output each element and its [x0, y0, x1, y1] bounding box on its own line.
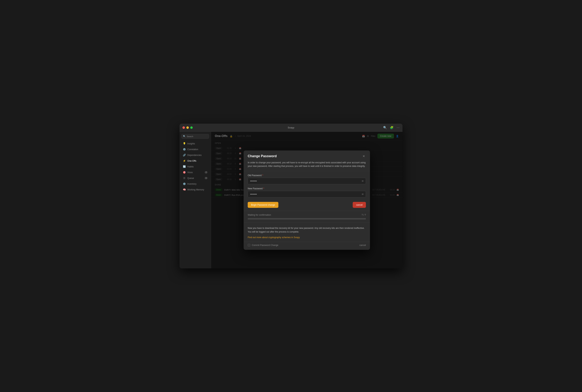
old-password-input-wrap: 👁	[248, 178, 366, 184]
new-password-section: New Password * 👁	[244, 187, 370, 200]
commit-checkbox[interactable]	[248, 244, 250, 246]
progress-header: Waiting for confirmation ? / ?	[248, 214, 366, 216]
toggle-old-password-icon[interactable]: 👁	[361, 180, 364, 183]
correlation-icon: ⚙️	[183, 148, 186, 151]
queue-icon: ☰	[183, 177, 186, 180]
app-window: Svayy 🔍 🧩 ⋯ 🔍 Search 💡 Insights ⚙️ Corre…	[179, 124, 403, 268]
sidebar-item-one-offs[interactable]: ⚡ One-Offs	[181, 158, 210, 164]
modal-header: Change Password ✕	[244, 150, 370, 161]
insights-icon: 💡	[183, 142, 186, 145]
working-memory-icon: 🧠	[183, 188, 186, 191]
modal-actions: Begin Password change cancel	[244, 200, 370, 211]
search-icon: 🔍	[183, 135, 186, 138]
cancel-button[interactable]: cancel	[353, 202, 366, 208]
title-bar-actions: 🔍 🧩 ⋯	[383, 126, 400, 129]
progress-section: Waiting for confirmation ? / ?	[244, 211, 370, 223]
commit-checkbox-wrap: Commit Password Change	[248, 244, 278, 246]
sidebar-search[interactable]: 🔍 Search	[181, 134, 209, 139]
new-password-input[interactable]	[248, 191, 366, 198]
habits-icon: 🔄	[183, 165, 186, 168]
queue-badge: 0	[205, 177, 208, 179]
begin-password-change-button[interactable]: Begin Password change	[248, 202, 278, 208]
share-icon[interactable]: 🧩	[390, 126, 394, 129]
commit-label: Commit Password Change	[252, 244, 278, 246]
progress-count: ? / ?	[362, 214, 366, 216]
sidebar-item-working-memory[interactable]: 🧠 Working Memory	[181, 187, 210, 192]
recovery-text: Now you have to download the recovery ki…	[248, 226, 366, 234]
recovery-section: Now you have to download the recovery ki…	[244, 223, 370, 242]
sidebar-item-queue[interactable]: ☰ Queue 0	[181, 176, 210, 181]
old-password-section: Old Password * 👁	[244, 174, 370, 187]
sidebar: 🔍 Search 💡 Insights ⚙️ Correlation 🔗 Dep…	[179, 132, 211, 268]
recovery-link[interactable]: Find out more about cryptography schemes…	[248, 236, 300, 238]
modal-footer: Commit Password Change cancel	[244, 242, 370, 250]
fullscreen-button[interactable]	[190, 126, 193, 129]
sidebar-item-correlation[interactable]: ⚙️ Correlation	[181, 147, 210, 152]
sidebar-item-inventory[interactable]: ⚙️ Inventory	[181, 181, 210, 186]
vices-badge: 2	[205, 171, 208, 174]
more-icon[interactable]: ⋯	[397, 126, 400, 129]
minimize-button[interactable]	[186, 126, 189, 129]
one-offs-icon: ⚡	[183, 160, 186, 162]
required-star: *	[263, 187, 264, 190]
modal-divider	[244, 171, 370, 171]
sidebar-item-vices[interactable]: 🎯 Vices 2	[181, 170, 210, 175]
new-password-label: New Password *	[248, 187, 366, 190]
old-password-input[interactable]	[248, 178, 366, 184]
search-icon[interactable]: 🔍	[383, 126, 387, 129]
close-button[interactable]	[182, 126, 185, 129]
progress-bar	[248, 218, 366, 220]
sidebar-item-dependencies[interactable]: 🔗 Dependencies	[181, 152, 210, 158]
footer-cancel-button[interactable]: cancel	[359, 244, 366, 246]
title-bar: Svayy 🔍 🧩 ⋯	[179, 124, 403, 132]
inventory-icon: ⚙️	[183, 182, 186, 185]
main-content: One-Offs 🔒 ‹ April 16, 2024 📅 ⚙ Filter C…	[211, 132, 403, 268]
required-star: *	[262, 174, 263, 177]
modal-title: Change Password	[248, 154, 277, 158]
dependencies-icon: 🔗	[183, 154, 186, 156]
change-password-modal: Change Password ✕ In order to change you…	[244, 150, 370, 250]
old-password-label: Old Password *	[248, 174, 366, 177]
progress-label: Waiting for confirmation	[248, 214, 271, 216]
traffic-lights	[182, 126, 193, 129]
app-body: 🔍 Search 💡 Insights ⚙️ Correlation 🔗 Dep…	[179, 132, 403, 268]
sidebar-item-insights[interactable]: 💡 Insights	[181, 141, 210, 146]
app-title: Svayy	[288, 126, 294, 129]
toggle-new-password-icon[interactable]: 👁	[361, 193, 364, 196]
sidebar-item-habits[interactable]: 🔄 Habits	[181, 164, 210, 169]
vices-icon: 🎯	[183, 171, 186, 174]
modal-close-button[interactable]: ✕	[361, 154, 366, 158]
modal-warning-text: In order to change your password, you wi…	[248, 161, 366, 168]
new-password-input-wrap: 👁	[248, 191, 366, 198]
